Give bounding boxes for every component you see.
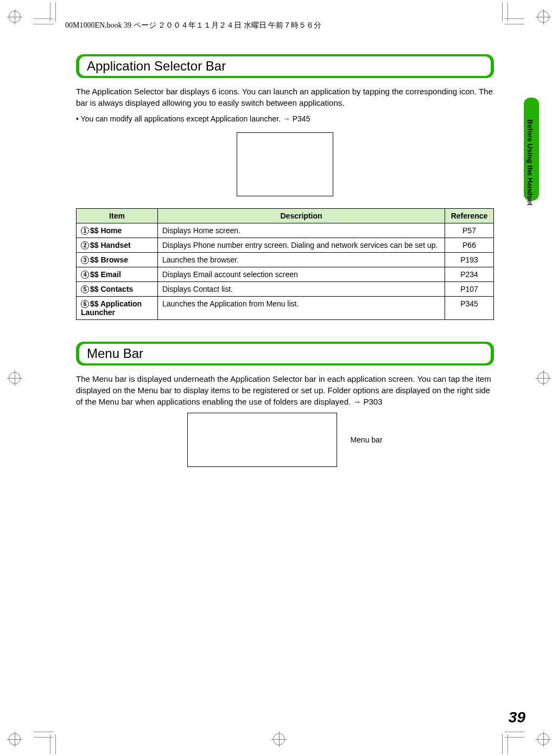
page-number: 39	[509, 709, 525, 726]
page-content: Application Selector Bar The Application…	[76, 54, 494, 479]
item-name: $$ Contacts	[90, 285, 133, 293]
reference-table: Item Description Reference 1$$ Home Disp…	[76, 208, 494, 320]
circled-number: 5	[81, 285, 89, 293]
circled-number: 2	[81, 241, 89, 249]
table-row: 1$$ Home Displays Home screen. P57	[77, 223, 494, 238]
section1-bullet: You can modify all applications except A…	[76, 114, 494, 125]
table-row: 6$$ Application Launcher Launches the Ap…	[77, 296, 494, 319]
item-description: Launches the Application from Menu list.	[158, 296, 445, 319]
registration-mark	[537, 733, 549, 745]
item-description: Displays Home screen.	[158, 223, 445, 238]
registration-mark	[537, 372, 549, 384]
item-reference: P234	[445, 267, 494, 281]
circled-number: 6	[81, 300, 89, 308]
crop-mark	[34, 2, 59, 27]
registration-mark	[9, 372, 21, 384]
crop-mark	[499, 2, 524, 27]
registration-mark	[537, 11, 549, 23]
item-description: Displays Contact list.	[158, 281, 445, 296]
image-placeholder	[237, 132, 333, 196]
section-heading: Application Selector Bar	[76, 54, 494, 78]
section-title: Application Selector Bar	[79, 56, 491, 76]
table-header-reference: Reference	[445, 208, 494, 223]
section-title: Menu Bar	[79, 344, 491, 363]
crop-mark	[34, 729, 59, 754]
side-label: Before Using the Handset	[527, 119, 534, 206]
item-name: $$ Home	[90, 226, 122, 235]
item-name: $$ Browse	[90, 255, 128, 264]
registration-mark	[273, 733, 285, 745]
image-caption: Menu bar	[350, 435, 382, 444]
table-header-item: Item	[77, 208, 158, 223]
table-row: 4$$ Email Displays Email account selecti…	[77, 267, 494, 281]
registration-mark	[9, 11, 21, 23]
item-name: $$ Handset	[90, 241, 131, 249]
item-reference: P345	[445, 296, 494, 319]
item-name: $$ Email	[90, 270, 121, 279]
item-reference: P193	[445, 252, 494, 267]
section2-paragraph: The Menu bar is displayed underneath the…	[76, 373, 494, 407]
section-heading: Menu Bar	[76, 342, 494, 366]
table-header-description: Description	[158, 208, 445, 223]
table-row: 2$$ Handset Displays Phone number entry …	[77, 238, 494, 252]
page-header-line: 00M1000EN.book 39 ページ ２００４年１１月２４日 水曜日 午前…	[65, 21, 321, 30]
item-reference: P107	[445, 281, 494, 296]
item-description: Displays Email account selection screen	[158, 267, 445, 281]
circled-number: 3	[81, 256, 89, 264]
circled-number: 4	[81, 271, 89, 279]
item-description: Displays Phone number entry screen. Dial…	[158, 238, 445, 252]
registration-mark	[9, 733, 21, 745]
item-reference: P57	[445, 223, 494, 238]
image-placeholder	[187, 413, 337, 467]
item-reference: P66	[445, 238, 494, 252]
section1-paragraph: The Application Selector bar displays 6 …	[76, 86, 494, 108]
table-row: 5$$ Contacts Displays Contact list. P107	[77, 281, 494, 296]
item-description: Launches the browser.	[158, 252, 445, 267]
item-name: $$ Application Launcher	[81, 299, 142, 317]
crop-mark	[499, 729, 524, 754]
image-row: Menu bar	[76, 413, 494, 467]
table-row: 3$$ Browse Launches the browser. P193	[77, 252, 494, 267]
circled-number: 1	[81, 227, 89, 235]
